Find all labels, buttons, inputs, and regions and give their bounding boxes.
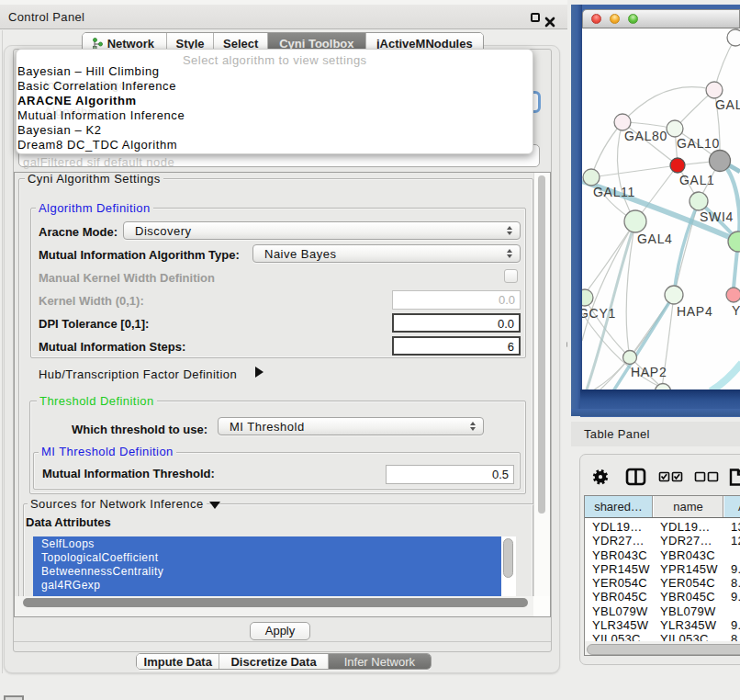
svg-text:GAL80: GAL80 — [624, 129, 667, 143]
svg-text:HAP2: HAP2 — [631, 365, 667, 379]
svg-text:Y: Y — [732, 303, 740, 318]
svg-text:GAL11: GAL11 — [593, 185, 635, 199]
svg-text:GAL10: GAL10 — [677, 136, 720, 151]
svg-text:GAL: GAL — [715, 97, 740, 112]
svg-text:GAL1: GAL1 — [679, 173, 715, 187]
svg-text:SWI4: SWI4 — [700, 209, 734, 224]
svg-text:HAP4: HAP4 — [677, 304, 712, 319]
svg-text:GAL4: GAL4 — [637, 231, 673, 246]
svg-text:GCY1: GCY1 — [582, 306, 616, 321]
